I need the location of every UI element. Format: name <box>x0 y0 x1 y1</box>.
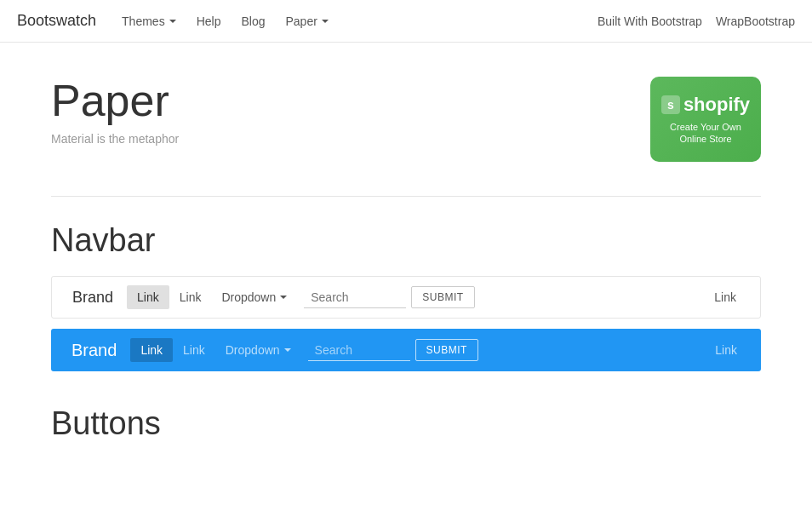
shopify-logo: s shopify <box>661 94 750 116</box>
top-nav-right: Built With Bootstrap WrapBootstrap <box>598 14 795 28</box>
buttons-section-title: Buttons <box>51 405 761 442</box>
blue-nav-link-2[interactable]: Link <box>173 338 215 362</box>
light-nav-dropdown[interactable]: Dropdown <box>211 285 297 309</box>
hero-subtitle: Material is the metaphor <box>51 132 179 146</box>
top-navigation: Bootswatch Themes Help Blog Paper Built … <box>0 0 812 43</box>
divider-1 <box>51 196 761 197</box>
light-nav-link-2[interactable]: Link <box>169 285 212 309</box>
blue-nav-dropdown[interactable]: Dropdown <box>215 338 301 362</box>
light-nav-right-link[interactable]: Link <box>704 290 746 304</box>
paper-dropdown-icon <box>322 20 329 23</box>
blue-navbar-brand[interactable]: Brand <box>65 341 123 360</box>
nav-paper[interactable]: Paper <box>277 9 336 33</box>
nav-help[interactable]: Help <box>188 9 230 33</box>
light-search-input[interactable] <box>304 287 406 308</box>
light-nav-items: Link Link Dropdown SUBMIT <box>127 285 704 309</box>
site-brand[interactable]: Bootswatch <box>17 12 96 30</box>
navbar-section-title: Navbar <box>51 222 761 259</box>
light-nav-link-1[interactable]: Link <box>127 285 169 309</box>
blue-dropdown-icon <box>284 348 291 352</box>
blue-submit-button[interactable]: SUBMIT <box>415 339 478 361</box>
built-with-bootstrap-link[interactable]: Built With Bootstrap <box>598 14 702 28</box>
wrapbootstrap-link[interactable]: WrapBootstrap <box>716 14 795 28</box>
light-search-container: SUBMIT <box>304 286 474 308</box>
shopify-icon: s <box>661 95 680 114</box>
demo-navbar-light: Brand Link Link Dropdown SUBMIT Link <box>51 276 761 319</box>
blue-nav-link-1[interactable]: Link <box>130 338 173 362</box>
buttons-section: Buttons <box>51 405 761 442</box>
hero-title: Paper <box>51 77 179 125</box>
shopify-tagline: Create Your Own Online Store <box>659 121 752 146</box>
nav-blog[interactable]: Blog <box>232 9 273 33</box>
demo-navbar-blue: Brand Link Link Dropdown SUBMIT Link <box>51 329 761 371</box>
top-nav-links: Themes Help Blog Paper <box>113 9 598 33</box>
light-navbar-brand[interactable]: Brand <box>66 289 120 307</box>
blue-nav-right-link[interactable]: Link <box>705 343 747 357</box>
blue-nav-items: Link Link Dropdown SUBMIT <box>130 338 705 362</box>
shopify-ad[interactable]: s shopify Create Your Own Online Store <box>650 77 761 162</box>
hero-text: Paper Material is the metaphor <box>51 77 179 146</box>
main-content: Paper Material is the metaphor s shopify… <box>0 43 812 476</box>
blue-search-input[interactable] <box>308 340 410 361</box>
light-submit-button[interactable]: SUBMIT <box>411 286 474 308</box>
light-dropdown-icon <box>280 296 287 299</box>
blue-search-container: SUBMIT <box>308 339 478 361</box>
nav-themes[interactable]: Themes <box>113 9 185 33</box>
hero-section: Paper Material is the metaphor s shopify… <box>51 77 761 162</box>
themes-dropdown-icon <box>169 20 176 23</box>
